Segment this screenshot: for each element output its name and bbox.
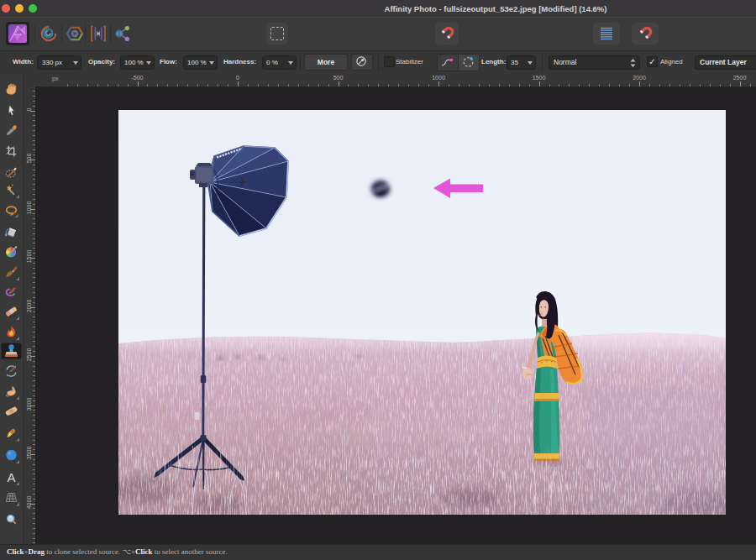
svg-text:A: A bbox=[7, 470, 15, 484]
